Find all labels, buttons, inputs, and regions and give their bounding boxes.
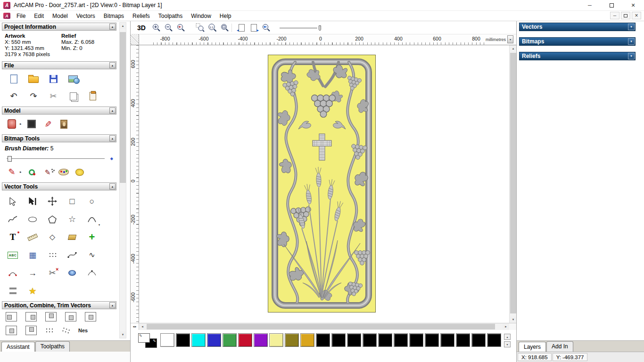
slice-vectors-button[interactable] — [3, 284, 23, 298]
distribute-icon[interactable] — [45, 328, 53, 334]
collapse-button[interactable]: ▲ — [109, 302, 116, 308]
mdi-close-button[interactable]: × — [632, 12, 641, 19]
transform-vectors-button[interactable] — [42, 194, 62, 208]
collapse-button[interactable]: ▲ — [109, 183, 116, 189]
vector-tools-header[interactable]: Vector Tools ▲ — [2, 182, 116, 190]
smooth-curve-button[interactable]: ∿ — [82, 248, 102, 262]
color-swatch-15[interactable] — [394, 333, 408, 347]
draw-button[interactable] — [24, 165, 40, 179]
block-copy-button[interactable]: + — [82, 230, 102, 244]
wrap-vectors-button[interactable]: ★ — [23, 284, 42, 298]
fit-curve-button[interactable] — [62, 248, 82, 262]
color-swatch-9[interactable] — [300, 333, 314, 347]
bitmap-tools-header[interactable]: Bitmap Tools ▲ — [2, 134, 116, 142]
import-image-button[interactable] — [63, 72, 83, 85]
tab-assistant[interactable]: Assistant — [1, 342, 35, 352]
pan-view-right-button[interactable]: ▸ — [248, 22, 259, 33]
cut-button[interactable]: ✂ — [43, 90, 63, 103]
paint-selective-button[interactable]: ✎ — [40, 165, 56, 179]
scatter-icon[interactable] — [61, 326, 70, 335]
menu-help[interactable]: Help — [215, 12, 236, 20]
color-swatch-17[interactable] — [425, 333, 439, 347]
new-model-button[interactable] — [4, 72, 24, 85]
scroll-down-button[interactable]: ▾ — [120, 331, 126, 338]
color-swatch-14[interactable] — [378, 333, 392, 347]
file-section-header[interactable]: File ▲ — [2, 61, 116, 69]
color-swatch-5[interactable] — [238, 333, 252, 347]
trim-vectors-button[interactable]: ✂ — [42, 266, 62, 280]
color-swatch-4[interactable] — [223, 333, 237, 347]
bitmaps-dropdown-button[interactable]: ▼ — [628, 38, 635, 45]
zoom-out-button[interactable] — [163, 22, 174, 33]
color-swatch-3[interactable] — [207, 333, 221, 347]
model-lighting-button[interactable]: ✎ — [40, 117, 56, 131]
load-greyscale-button[interactable] — [56, 117, 72, 131]
vector-direction-button[interactable]: → — [23, 266, 42, 280]
create-circle-button[interactable]: ○ — [82, 194, 102, 208]
select-vectors-button[interactable] — [3, 194, 23, 208]
collapse-button[interactable]: ▲ — [109, 107, 116, 114]
color-swatch-6[interactable] — [254, 333, 268, 347]
align-center-button[interactable] — [85, 312, 96, 321]
minimize-button[interactable]: ─ — [579, 0, 601, 10]
align-left-button[interactable] — [6, 312, 17, 321]
palette-up-button[interactable]: ▴ — [504, 334, 511, 340]
create-polygon-button[interactable] — [42, 212, 62, 226]
mdi-restore-button[interactable] — [621, 12, 630, 19]
units-dropdown-button[interactable]: ▾ — [507, 35, 513, 43]
zoom-window-button[interactable] — [195, 22, 206, 33]
color-swatch-20[interactable] — [471, 333, 486, 347]
collapse-button[interactable]: ▲ — [109, 24, 116, 30]
flyout-arrow-icon[interactable]: ▾ — [99, 223, 100, 226]
dimension-button[interactable]: ◇ — [42, 230, 62, 244]
tab-toolpaths[interactable]: Toolpaths — [35, 341, 70, 352]
undo-button[interactable]: ↶ — [4, 90, 24, 103]
canvas-vertical-scrollbar[interactable]: ▴ ▾ — [509, 45, 516, 323]
align-top-button[interactable] — [45, 312, 57, 321]
collapse-button[interactable]: ▲ — [109, 62, 116, 68]
scroll-left-button[interactable]: ◂ — [139, 323, 146, 330]
revolve-button[interactable] — [62, 266, 82, 280]
open-model-button[interactable] — [24, 72, 43, 85]
create-rectangle-button[interactable]: □ — [62, 194, 82, 208]
nest-label[interactable]: Nes — [78, 328, 88, 333]
model-section-header[interactable]: Model ▲ — [2, 107, 116, 115]
measure-button[interactable] — [23, 230, 42, 244]
color-swatch-7[interactable] — [269, 333, 283, 347]
create-arc-button[interactable]: ▾ — [82, 212, 102, 226]
splitter-handle[interactable]: ◂▸ — [131, 323, 139, 330]
tab-add-in[interactable]: Add In — [546, 341, 573, 352]
adjust-model-button[interactable] — [24, 117, 40, 131]
flood-fill-button[interactable] — [72, 165, 88, 179]
brush-diameter-slider[interactable]: ◆ — [7, 156, 111, 162]
set-model-size-button[interactable] — [4, 117, 20, 131]
color-swatch-21[interactable] — [487, 333, 501, 347]
slider-handle[interactable] — [8, 156, 12, 162]
color-swatch-13[interactable] — [363, 333, 377, 347]
color-swatch-11[interactable] — [331, 333, 346, 347]
reliefs-section-header[interactable]: Reliefs ▼ — [519, 52, 636, 60]
scrollbar-thumb[interactable] — [147, 324, 495, 329]
align-bottom-button[interactable] — [65, 312, 76, 321]
zoom-1to1-button[interactable]: 1:1 — [207, 22, 218, 33]
maximize-button[interactable] — [601, 0, 622, 10]
tab-layers[interactable]: Layers — [519, 342, 546, 352]
array-copies-button[interactable] — [42, 248, 62, 262]
close-button[interactable]: × — [622, 0, 644, 10]
palette-down-button[interactable]: ▾ — [504, 341, 511, 347]
grid-button[interactable]: ▦ — [23, 248, 42, 262]
paste-along-curve-button[interactable] — [25, 326, 37, 335]
create-ellipse-button[interactable] — [23, 212, 42, 226]
zoom-back-button[interactable] — [261, 22, 272, 33]
redo-button[interactable]: ↷ — [24, 90, 43, 103]
colour-palette-button[interactable] — [56, 165, 72, 179]
menu-vectors[interactable]: Vectors — [72, 12, 99, 20]
collapse-button[interactable]: ▲ — [109, 135, 116, 141]
color-swatch-16[interactable] — [409, 333, 423, 347]
door-relief-artwork[interactable] — [268, 55, 376, 313]
toolbar-slider[interactable] — [280, 25, 322, 31]
flyout-arrow-icon[interactable]: ▸ — [20, 170, 24, 174]
scroll-down-button[interactable]: ▾ — [510, 316, 516, 323]
scrollbar-thumb[interactable] — [510, 53, 516, 313]
color-swatch-8[interactable] — [285, 333, 299, 347]
